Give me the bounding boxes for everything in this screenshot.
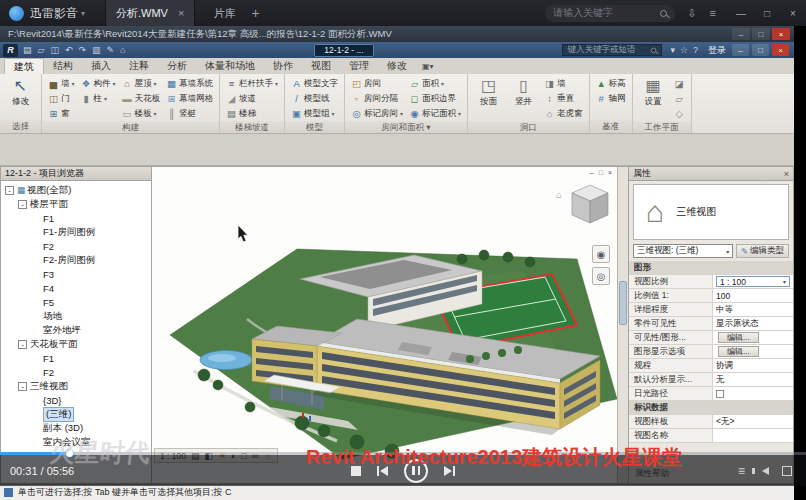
view-minimize-icon[interactable]: – bbox=[590, 169, 594, 176]
view-restore-icon[interactable]: □ bbox=[599, 169, 603, 176]
ribbon-tab-extra-icon[interactable]: ▣▾ bbox=[422, 62, 434, 74]
checkbox[interactable] bbox=[716, 390, 724, 398]
player-tab-active[interactable]: 分析.WMV × bbox=[105, 0, 195, 26]
ribbon-button[interactable]: ⌂屋顶▾ bbox=[120, 76, 163, 91]
playlist-icon[interactable]: ≡ bbox=[738, 464, 745, 478]
properties-close-icon[interactable]: × bbox=[784, 169, 789, 179]
ribbon-button[interactable]: ◰房间 bbox=[349, 76, 405, 91]
ribbon-button[interactable]: ⊞窗 bbox=[46, 106, 77, 121]
tree-item[interactable]: (三维) bbox=[1, 407, 151, 421]
steering-wheel-button[interactable]: ◉ bbox=[592, 245, 610, 263]
ribbon-button[interactable]: ▫房间分隔 bbox=[349, 91, 405, 106]
player-minimize-button[interactable]: — bbox=[728, 0, 754, 26]
player-maximize-button[interactable]: □ bbox=[754, 0, 780, 26]
ribbon-button[interactable]: ▭楼板▾ bbox=[120, 106, 163, 121]
tree-item[interactable]: F3 bbox=[1, 267, 151, 281]
ribbon-button[interactable]: ▱面积▾ bbox=[407, 76, 463, 91]
type-selector[interactable]: 三维视图: (三维) ▾ bbox=[633, 244, 733, 258]
ribbon-button[interactable]: ◻面积边界 bbox=[407, 91, 463, 106]
revit-restore-button[interactable]: □ bbox=[752, 44, 769, 56]
ribbon-button[interactable]: ◫门 bbox=[46, 91, 77, 106]
scrollbar-thumb[interactable] bbox=[619, 281, 627, 325]
ribbon-button[interactable]: ↕垂直 bbox=[542, 91, 585, 106]
edit-type-button[interactable]: ✎ 编辑类型 bbox=[736, 244, 789, 258]
prop-section[interactable]: 标识数据 bbox=[629, 401, 793, 415]
prop-value[interactable]: 显示原状态 bbox=[713, 317, 793, 330]
prop-value[interactable]: <无> bbox=[713, 415, 793, 428]
drawing-area[interactable]: – □ × ⌂ ◉ ◎ 1 : 100 ▤◧☀◐□∞☼ bbox=[152, 166, 628, 484]
ribbon-button[interactable]: ▲标高 bbox=[594, 76, 628, 91]
ribbon-button[interactable]: ▅墙▾ bbox=[46, 76, 77, 91]
new-tab-button[interactable]: + bbox=[251, 5, 259, 21]
ribbon-button[interactable]: ◳按面 bbox=[472, 76, 505, 121]
tree-item[interactable]: F5 bbox=[1, 295, 151, 309]
tree-item[interactable]: F2-房间图例 bbox=[1, 253, 151, 267]
ribbon-button[interactable]: ◨墙 bbox=[542, 76, 585, 91]
tree-item[interactable]: {3D} bbox=[1, 393, 151, 407]
tab-close-icon[interactable]: × bbox=[178, 7, 184, 19]
player-brand[interactable]: 迅雷影音 bbox=[30, 5, 78, 22]
prop-value[interactable] bbox=[713, 429, 793, 442]
tree-item[interactable]: -天花板平面 bbox=[1, 337, 151, 351]
ribbon-button[interactable]: A模型文字 bbox=[289, 76, 340, 91]
collapse-icon[interactable]: - bbox=[5, 186, 14, 195]
tree-item[interactable]: F4 bbox=[1, 281, 151, 295]
canvas-scrollbar[interactable] bbox=[617, 167, 628, 483]
video-frame[interactable]: F:\Revit2014\最新任务\Revit2014大量新建任务\第12章 高… bbox=[0, 26, 794, 500]
ribbon-button[interactable]: ▬天花板 bbox=[120, 91, 163, 106]
ribbon-tab[interactable]: 插入 bbox=[82, 58, 120, 74]
ribbon-button[interactable]: ▯竖井 bbox=[507, 76, 540, 121]
ribbon-button[interactable]: ▦设置 bbox=[637, 76, 670, 121]
ribbon-tab[interactable]: 体量和场地 bbox=[196, 58, 264, 74]
prop-value[interactable]: 100 bbox=[713, 289, 793, 302]
tree-item[interactable]: F1-房间图例 bbox=[1, 225, 151, 239]
search-icon[interactable] bbox=[660, 10, 667, 17]
volume-icon[interactable] bbox=[762, 467, 769, 475]
ribbon-button[interactable]: ❖构件▾ bbox=[79, 76, 118, 91]
tree-item[interactable]: -楼层平面 bbox=[1, 197, 151, 211]
revit-close-button[interactable]: × bbox=[772, 44, 789, 56]
ribbon-tab[interactable]: 管理 bbox=[340, 58, 378, 74]
tree-item[interactable]: F1 bbox=[1, 351, 151, 365]
ribbon-button[interactable]: ⌂老虎窗 bbox=[542, 106, 585, 121]
prop-value[interactable]: 编辑... bbox=[713, 345, 793, 358]
tree-item[interactable]: 副本 (3D) bbox=[1, 421, 151, 435]
prop-value-combo[interactable]: 1 : 100▾ bbox=[716, 276, 790, 287]
player-tab-library[interactable]: 片库 bbox=[213, 6, 235, 21]
ribbon-tab[interactable]: 分析 bbox=[158, 58, 196, 74]
tree-item[interactable]: 场地 bbox=[1, 309, 151, 323]
prop-section[interactable]: 图形 bbox=[629, 261, 793, 275]
brand-caret-icon[interactable]: ▾ bbox=[81, 9, 85, 18]
collapse-icon[interactable]: - bbox=[18, 200, 27, 209]
ribbon-button[interactable]: ◎标记房间▾ bbox=[349, 106, 405, 121]
ribbon-button[interactable]: ◇ bbox=[672, 106, 687, 121]
prop-edit-button[interactable]: 编辑... bbox=[718, 332, 759, 343]
ribbon-button[interactable]: ≡栏杆扶手▾ bbox=[224, 76, 280, 91]
ribbon-button[interactable]: ◪ bbox=[672, 76, 687, 91]
ribbon-button[interactable]: ▱ bbox=[672, 91, 687, 106]
ribbon-button[interactable]: ▦幕墙系统 bbox=[164, 76, 215, 91]
collapse-icon[interactable]: - bbox=[18, 340, 27, 349]
tree-item[interactable]: F2 bbox=[1, 239, 151, 253]
ribbon-button[interactable]: ▣模型组▾ bbox=[289, 106, 340, 121]
tree-item[interactable]: -三维视图 bbox=[1, 379, 151, 393]
tree-item[interactable]: F1 bbox=[1, 211, 151, 225]
ribbon-tab[interactable]: 注释 bbox=[120, 58, 158, 74]
ribbon-button[interactable]: ↖修改 bbox=[4, 76, 37, 120]
tree-item[interactable]: F2 bbox=[1, 365, 151, 379]
prop-value[interactable]: 1 : 100▾ bbox=[713, 275, 793, 288]
prop-value[interactable]: 编辑... bbox=[713, 331, 793, 344]
prop-value[interactable]: 协调 bbox=[713, 359, 793, 372]
ribbon-button[interactable]: ◉标记面积▾ bbox=[407, 106, 463, 121]
player-logo-icon[interactable] bbox=[9, 6, 24, 21]
ribbon-button[interactable]: /模型线 bbox=[289, 91, 340, 106]
sign-in-button[interactable]: 登录 bbox=[708, 44, 726, 57]
viewcube-home-icon[interactable]: ⌂ bbox=[556, 189, 562, 200]
prop-value[interactable] bbox=[713, 387, 793, 400]
tree-item[interactable]: 室外地坪 bbox=[1, 323, 151, 337]
ribbon-button[interactable]: ⊞幕墙网格 bbox=[164, 91, 215, 106]
prop-edit-button[interactable]: 编辑... bbox=[718, 346, 759, 357]
viewcube[interactable] bbox=[566, 183, 614, 229]
view-close-icon[interactable]: × bbox=[608, 169, 612, 176]
revit-logo[interactable]: R bbox=[3, 44, 18, 57]
